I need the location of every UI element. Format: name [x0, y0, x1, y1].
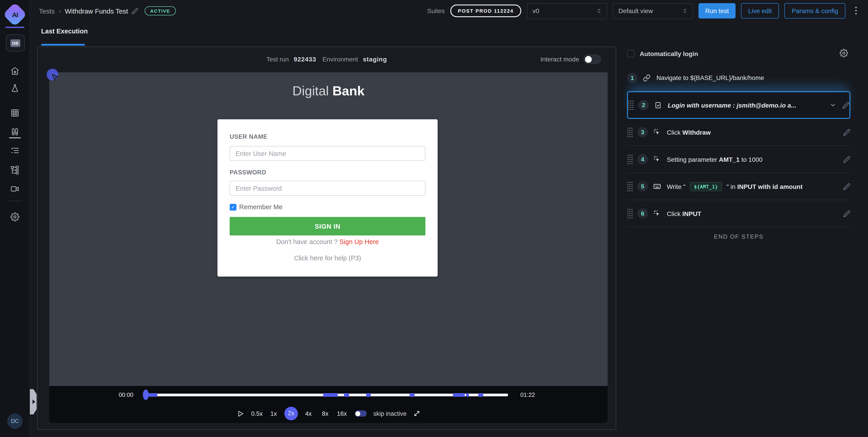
- steps-panel: Automatically login 1Navigate to ${BASE_…: [616, 22, 868, 437]
- username-input[interactable]: [230, 146, 426, 161]
- edit-step-icon[interactable]: [842, 101, 849, 109]
- drag-handle-icon[interactable]: [628, 100, 634, 111]
- version-select[interactable]: v0: [527, 3, 607, 19]
- link-icon: [643, 74, 651, 82]
- current-time: 00:00: [113, 392, 133, 398]
- steps-list: 1Navigate to ${BASE_URL}/bank/home2Login…: [627, 65, 850, 240]
- replay-viewport[interactable]: Digital Bank USER NAME PASSWORD ✓ Rememb…: [49, 72, 608, 386]
- interact-mode-label: Interact mode: [540, 56, 579, 63]
- seek-bar[interactable]: [146, 394, 508, 396]
- sidebar-item-test-tubes-icon[interactable]: [10, 127, 20, 136]
- parameter-chip: ${AMT_1}: [690, 182, 722, 191]
- test-run-label: Test run: [266, 56, 289, 63]
- auto-login-checkbox[interactable]: [627, 50, 635, 57]
- help-link[interactable]: Click here for help (P3): [217, 254, 438, 262]
- workspace-switcher[interactable]: DB: [6, 34, 25, 52]
- run-header: Test run 922433 Environment staging Inte…: [37, 47, 616, 72]
- speed-option-1x[interactable]: 1x: [268, 410, 280, 417]
- step-row-5[interactable]: 5Write " ${AMT_1} " in INPUT with id amo…: [627, 173, 850, 200]
- rename-test-icon[interactable]: [131, 7, 138, 14]
- edit-step-icon[interactable]: [843, 210, 850, 217]
- tab-last-execution[interactable]: Last Execution: [41, 28, 88, 35]
- view-select[interactable]: Default view: [613, 3, 693, 19]
- sidebar-item-camera-icon[interactable]: [10, 184, 20, 193]
- interact-mode: Interact mode: [540, 55, 601, 64]
- select-chevrons-icon: [596, 7, 602, 14]
- speed-option-8x[interactable]: 8x: [319, 410, 331, 417]
- sidebar-active-underline: [9, 137, 21, 138]
- tab-active-underline: [41, 44, 85, 45]
- version-select-value: v0: [532, 7, 539, 14]
- seek-marker[interactable]: [366, 393, 371, 397]
- drag-handle-icon[interactable]: [627, 208, 633, 219]
- step-row-2[interactable]: 2Login with username : jsmith@demo.io a.…: [627, 91, 850, 119]
- seek-marker[interactable]: [466, 393, 469, 397]
- seek-marker[interactable]: [344, 393, 349, 397]
- edit-step-icon[interactable]: [843, 156, 850, 163]
- edit-step-icon[interactable]: [843, 183, 850, 190]
- sidebar-expand-handle[interactable]: [30, 389, 37, 414]
- play-button-icon[interactable]: [236, 410, 244, 417]
- cursor-click-icon: [653, 155, 661, 163]
- run-meta: Test run 922433 Environment staging: [37, 56, 616, 63]
- sign-in-button[interactable]: SIGN IN: [230, 217, 426, 236]
- drag-handle-icon[interactable]: [627, 154, 633, 165]
- seek-thumb[interactable]: [143, 389, 149, 400]
- mouse-pointer-icon: [51, 73, 60, 82]
- fullscreen-icon[interactable]: [413, 410, 421, 417]
- interact-mode-toggle[interactable]: [584, 55, 601, 64]
- skip-inactive-label: skip inactive: [373, 410, 406, 417]
- cursor-click-icon: [653, 210, 661, 217]
- params-config-button[interactable]: Params & config: [784, 3, 845, 19]
- app-logo-icon[interactable]: AI: [3, 2, 27, 26]
- user-avatar[interactable]: DC: [7, 413, 23, 429]
- breadcrumb-tests[interactable]: Tests: [39, 7, 55, 15]
- step-description: Click Withdraw: [667, 129, 711, 136]
- breadcrumb-separator-icon: ›: [59, 7, 61, 14]
- skip-inactive-toggle[interactable]: [355, 410, 366, 417]
- step-row-4[interactable]: 4Setting parameter AMT_1 to 1000: [627, 146, 850, 173]
- speed-option-2x[interactable]: 2x: [284, 407, 298, 420]
- topbar-actions: Suites POST PROD 112224 v0 Default view …: [427, 3, 861, 19]
- remember-me-label: Remember Me: [239, 204, 283, 211]
- sidebar-item-grid-icon[interactable]: [10, 108, 20, 118]
- password-input[interactable]: [230, 181, 426, 196]
- seek-marker[interactable]: [453, 393, 465, 397]
- seek-marker[interactable]: [323, 393, 338, 397]
- seek-marker[interactable]: [149, 393, 157, 397]
- logo-divider: [5, 27, 24, 28]
- run-test-button[interactable]: Run test: [699, 3, 736, 19]
- more-menu-icon[interactable]: [852, 6, 861, 16]
- seek-marker[interactable]: [410, 393, 414, 397]
- chevron-down-icon[interactable]: [830, 102, 836, 108]
- select-chevrons-icon: [682, 7, 688, 14]
- auto-login-option[interactable]: Automatically login: [627, 50, 698, 57]
- step-row-1[interactable]: 1Navigate to ${BASE_URL}/bank/home: [627, 65, 850, 91]
- edit-step-icon[interactable]: [843, 129, 850, 136]
- sign-up-link[interactable]: Sign Up Here: [340, 238, 379, 245]
- cursor-click-icon: [653, 128, 661, 136]
- steps-settings-gear-icon[interactable]: [839, 49, 848, 57]
- step-row-3[interactable]: 3Click Withdraw: [627, 119, 850, 146]
- suite-pill[interactable]: POST PROD 112224: [450, 4, 521, 17]
- remember-me-checkbox[interactable]: ✓: [230, 204, 237, 210]
- speed-option-0.5x[interactable]: 0.5x: [251, 410, 263, 417]
- remember-me[interactable]: ✓ Remember Me: [230, 204, 283, 211]
- replay-player: 00:00 01:22 0.5x1x2x4x8x16x skip inactiv…: [49, 386, 608, 423]
- sidebar-item-home-icon[interactable]: [10, 66, 20, 75]
- speed-option-16x[interactable]: 16x: [336, 410, 348, 417]
- step-number-badge: 2: [638, 100, 649, 110]
- password-label: PASSWORD: [230, 169, 266, 176]
- speed-option-4x[interactable]: 4x: [302, 410, 314, 417]
- drag-handle-icon[interactable]: [627, 127, 633, 137]
- sidebar-item-tree-icon[interactable]: [10, 165, 20, 175]
- step-number-badge: 6: [638, 208, 648, 219]
- drag-handle-icon[interactable]: [627, 181, 633, 192]
- step-row-6[interactable]: 6Click INPUT: [627, 200, 850, 227]
- sidebar-item-gear-icon[interactable]: [10, 212, 20, 221]
- sidebar-item-flask-icon[interactable]: [10, 84, 20, 93]
- live-edit-button[interactable]: Live edit: [741, 3, 779, 19]
- app-root: AI DB DC Tests › Withdraw Funds Test ACT…: [0, 0, 868, 437]
- sidebar-item-checklist-icon[interactable]: [10, 146, 20, 155]
- seek-marker[interactable]: [478, 393, 483, 397]
